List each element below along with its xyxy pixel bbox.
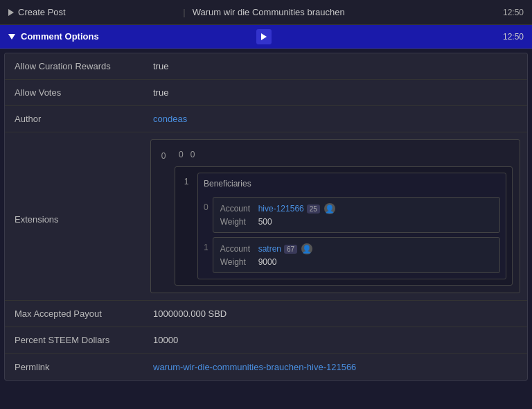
max-accepted-payout-value: 1000000.000 SBD — [143, 302, 527, 326]
top-num-left: 0 — [179, 150, 184, 159]
permlink-value[interactable]: warum-wir-die-communities-brauchen-hive-… — [143, 355, 527, 379]
beneficiaries-col: Beneficiaries 0 Account hive-121566 25 — [197, 173, 506, 279]
bene1-index: 1 — [204, 237, 209, 252]
bene0-weight-value: 500 — [258, 217, 272, 227]
max-accepted-payout-label: Max Accepted Payout — [5, 302, 143, 326]
bene1-badge: 67 — [284, 245, 297, 254]
permlink-label: Permlink — [5, 355, 143, 379]
extensions-inner: 1 Beneficiaries 0 Account hive-121566 — [175, 166, 513, 286]
extensions-label: Extensions — [5, 202, 143, 232]
bene0-weight-row: Weight 500 — [220, 217, 493, 227]
max-accepted-payout-row: Max Accepted Payout 1000000.000 SBD — [5, 301, 527, 327]
bene0-weight-label: Weight — [220, 217, 258, 227]
beneficiaries-header: Beneficiaries — [204, 179, 500, 191]
separator: | — [183, 7, 185, 17]
expand-icon — [8, 9, 14, 16]
permlink-row: Permlink warum-wir-die-communities-brauc… — [5, 354, 527, 380]
bene1-account-label: Account — [220, 244, 258, 254]
percent-steem-row: Percent STEEM Dollars 10000 — [5, 327, 527, 354]
bene1-weight-label: Weight — [220, 257, 258, 267]
comment-options-label: Comment Options — [21, 31, 252, 42]
allow-curation-rewards-label: Allow Curation Rewards — [5, 54, 143, 78]
comment-options-bar: Comment Options 12:50 — [0, 25, 532, 49]
create-post-title: Create Post — [18, 7, 176, 17]
main-content: Allow Curation Rewards true Allow Votes … — [4, 53, 528, 381]
allow-votes-row: Allow Votes true — [5, 80, 527, 106]
allow-curation-rewards-value: true — [143, 54, 527, 78]
bene0-badge: 25 — [307, 204, 320, 214]
create-post-bar: Create Post | Warum wir die Communities … — [0, 0, 532, 25]
collapse-icon[interactable] — [8, 34, 15, 40]
play-button[interactable] — [256, 29, 272, 44]
post-title: Warum wir die Communities brauchen — [193, 7, 345, 17]
bene1-account-row: Account satren 67 — [220, 243, 493, 254]
allow-curation-rewards-row: Allow Curation Rewards true — [5, 53, 527, 80]
percent-steem-value: 10000 — [143, 328, 527, 352]
extensions-outer: 0 0 0 1 Beneficiaries 0 — [150, 139, 520, 293]
bene0-user-icon — [324, 203, 335, 214]
extensions-cell: 0 0 0 1 Beneficiaries 0 — [143, 132, 527, 300]
top-num-right: 0 — [190, 150, 195, 159]
bene1-weight-row: Weight 9000 — [220, 257, 493, 267]
author-value[interactable]: condeas — [143, 107, 527, 131]
comment-time: 12:50 — [503, 32, 524, 42]
inner-index: 1 — [181, 173, 192, 186]
ext-top-nums: 0 0 — [175, 147, 513, 162]
allow-votes-label: Allow Votes — [5, 80, 143, 105]
beneficiary-1: Account satren 67 Weight 9000 — [213, 237, 500, 273]
bene1-account-value: satren — [258, 244, 281, 254]
percent-steem-label: Percent STEEM Dollars — [5, 328, 143, 352]
bene0-account-row: Account hive-121566 25 — [220, 203, 493, 214]
bene0-account-label: Account — [220, 204, 258, 214]
author-row: Author condeas — [5, 106, 527, 132]
top-time: 12:50 — [503, 8, 524, 17]
author-label: Author — [5, 107, 143, 131]
bene0-account-value: hive-121566 — [258, 204, 304, 214]
allow-votes-value: true — [143, 80, 527, 105]
beneficiary-0: Account hive-121566 25 Weight 500 — [213, 197, 500, 233]
bene0-index: 0 — [204, 197, 209, 212]
bene1-weight-value: 9000 — [258, 257, 277, 267]
bene1-user-icon — [301, 243, 312, 254]
extensions-row: Extensions 0 0 0 1 Beneficiaries — [5, 132, 527, 301]
outer-index: 0 — [158, 147, 169, 161]
